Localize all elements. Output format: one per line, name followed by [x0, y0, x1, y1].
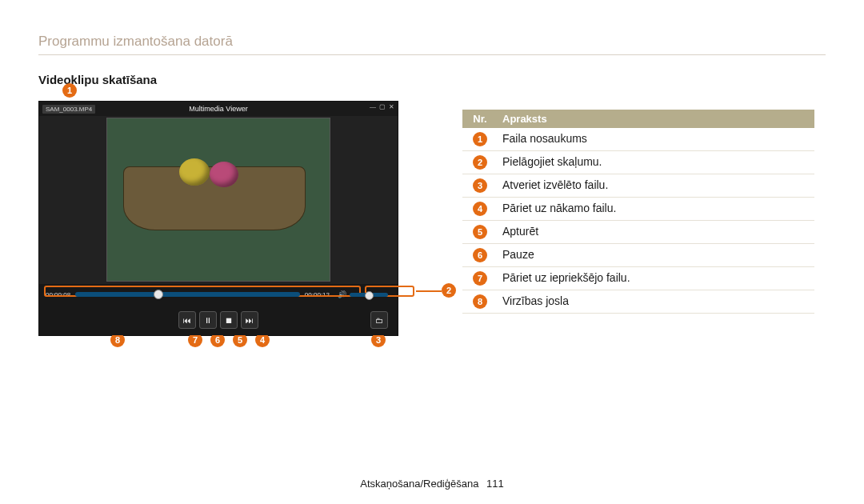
legend-dot: 3: [473, 178, 487, 193]
progress-thumb[interactable]: [154, 290, 163, 299]
divider: [38, 54, 826, 55]
next-button[interactable]: ⏭: [241, 311, 258, 329]
time-total: 00:00:12: [305, 291, 330, 298]
maximize-icon[interactable]: ▢: [379, 103, 386, 110]
legend-desc: Virzības josla: [498, 290, 814, 313]
legend-desc: Faila nosaukums: [498, 128, 814, 150]
legend-row: 7 Pāriet uz iepriekšējo failu.: [462, 267, 814, 290]
legend-row: 1 Faila nosaukums: [462, 128, 814, 151]
legend-row: 8 Virzības josla: [462, 290, 814, 314]
legend-dot: 6: [473, 248, 487, 262]
legend-desc: Pauze: [498, 244, 814, 266]
legend-row: 5 Apturēt: [462, 221, 814, 244]
legend-desc: Pāriet uz nākamo failu.: [498, 198, 814, 220]
close-icon[interactable]: ✕: [389, 103, 394, 110]
stop-button[interactable]: ⏹: [220, 311, 238, 329]
media-viewer-window: SAM_0003.MP4 Multimedia Viewer — ▢ ✕: [38, 101, 398, 336]
legend-row: 2 Pielāgojiet skaļumu.: [462, 151, 814, 174]
open-file-button[interactable]: 🗀: [370, 311, 388, 329]
legend-dot: 7: [473, 271, 487, 286]
legend-header-desc: Apraksts: [498, 110, 814, 128]
footer-page-number: 111: [486, 478, 504, 490]
legend-desc: Apturēt: [498, 221, 814, 243]
callout-marker-2: 2: [442, 283, 456, 298]
legend-row: 4 Pāriet uz nākamo failu.: [462, 198, 814, 221]
legend-dot: 2: [473, 155, 487, 170]
legend-dot: 5: [473, 225, 487, 239]
sub-title: Videoklipu skatīšana: [38, 73, 414, 86]
volume-bar[interactable]: [350, 293, 388, 297]
viewer-diagram: 1 2 3 4 5 6 7 8 SAM_0003.MP4 Multimedia …: [38, 101, 414, 336]
window-title: Multimedia Viewer: [189, 105, 247, 113]
legend-row: 6 Pauze: [462, 244, 814, 267]
legend-desc: Pāriet uz iepriekšējo failu.: [498, 267, 814, 290]
progress-row: 00:00:08 00:00:12 🔊: [39, 284, 398, 305]
footer-chapter: Atskaņošana/Rediģēšana: [360, 478, 478, 490]
window-controls: — ▢ ✕: [370, 103, 394, 110]
callout-marker-1: 1: [62, 83, 77, 98]
legend-header: Nr. Apraksts: [462, 110, 814, 128]
time-current: 00:00:08: [46, 291, 70, 298]
legend-dot: 1: [473, 132, 487, 146]
controls-row: ⏮ ⏸ ⏹ ⏭ 🗀: [39, 305, 398, 335]
legend-desc: Pielāgojiet skaļumu.: [498, 151, 814, 174]
minimize-icon[interactable]: —: [370, 103, 376, 110]
legend-dot: 8: [473, 294, 487, 309]
prev-button[interactable]: ⏮: [178, 311, 196, 329]
file-chip: SAM_0003.MP4: [42, 105, 95, 114]
legend-desc: Atveriet izvēlēto failu.: [498, 174, 814, 197]
video-area: [39, 116, 398, 284]
progress-bar[interactable]: [75, 292, 300, 297]
legend-header-nr: Nr.: [462, 110, 498, 128]
titlebar: SAM_0003.MP4 Multimedia Viewer — ▢ ✕: [39, 102, 398, 116]
page-footer: Atskaņošana/Rediģēšana 111: [0, 478, 864, 490]
volume-control[interactable]: 🔊: [334, 289, 391, 300]
section-title: Programmu izmantošana datorā: [38, 34, 826, 50]
pause-button[interactable]: ⏸: [199, 311, 217, 329]
connector-line: [416, 290, 442, 292]
legend-row: 3 Atveriet izvēlēto failu.: [462, 174, 814, 198]
volume-icon: 🔊: [338, 290, 346, 298]
legend-dot: 4: [473, 202, 487, 216]
legend-table: Nr. Apraksts 1 Faila nosaukums 2 Pielāgo…: [462, 110, 814, 336]
video-frame: [106, 118, 330, 282]
